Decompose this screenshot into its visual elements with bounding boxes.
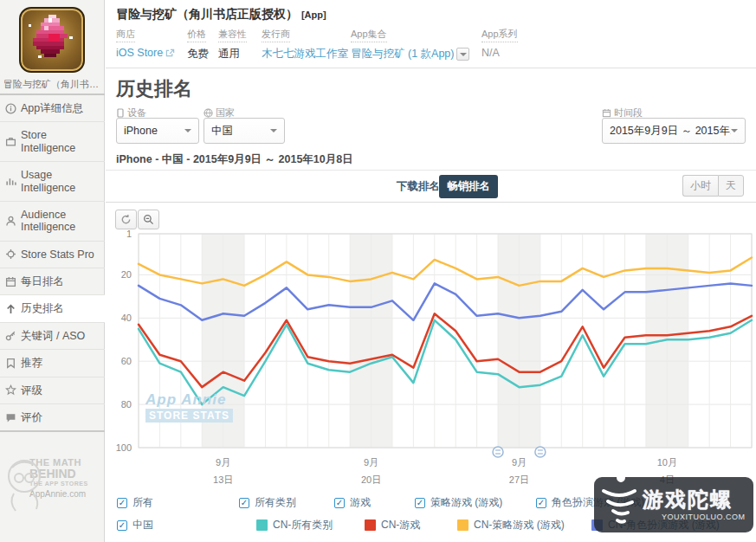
tab-divider — [106, 202, 756, 203]
checkbox-all-categories[interactable] — [239, 498, 249, 508]
compatibility-value: 通用 — [218, 47, 240, 61]
brand-url: YOUXITUOLUO.COM — [662, 513, 746, 521]
meta-publisher: 发行商 木七七游戏工作室 — [262, 28, 348, 61]
legend-filter-all-categories[interactable]: 所有类别 — [239, 495, 296, 510]
country-select[interactable]: 中国 — [204, 118, 285, 144]
app-title: 冒险与挖矿（角川书店正版授权） [App] — [116, 7, 326, 23]
checkbox-strategy[interactable] — [415, 498, 425, 508]
x-tick-month: 9月 — [364, 457, 378, 468]
checkbox-all[interactable] — [117, 498, 127, 508]
person-icon — [5, 216, 16, 227]
tab-download-rank[interactable]: 下载排名 — [397, 179, 440, 194]
sidebar-item-label: 历史排名 — [21, 302, 64, 314]
device-select-value: iPhone — [124, 125, 158, 137]
sidebar-item-keywords-aso[interactable]: 关键词 / ASO — [0, 323, 105, 350]
comment-icon — [5, 412, 16, 423]
price-label: 价格 — [187, 28, 206, 42]
calendar-icon — [602, 108, 611, 118]
arrow-up-icon — [5, 303, 16, 314]
sidebar-item-label: 评级 — [21, 384, 42, 397]
globe-icon — [204, 108, 213, 118]
tornado-logo-icon — [599, 482, 639, 527]
y-tick-label: 20 — [121, 269, 132, 280]
event-marker-icon[interactable] — [535, 447, 546, 457]
store-label: 商店 — [116, 28, 135, 42]
sidebar-item-label: Usage Intelligence — [21, 169, 101, 194]
sidebar-item-label: Audience Intelligence — [21, 209, 101, 234]
chart-subtitle: iPhone - 中国 - 2015年9月9日 ～ 2015年10月8日 — [116, 152, 353, 167]
checkbox-china[interactable] — [117, 520, 127, 531]
sidebar-item-label: App详细信息 — [21, 102, 83, 114]
chevron-down-icon — [731, 129, 738, 132]
collection-dropdown-button[interactable] — [456, 48, 469, 61]
sidebar-item-reviews[interactable]: 评价 — [0, 404, 105, 432]
meta-store: 商店 iOS Store — [116, 28, 175, 59]
x-tick-day: 13日 — [213, 474, 233, 485]
event-marker-icon[interactable] — [493, 447, 503, 457]
youxituoluo-watermark: 游戏陀螺 YOUXITUOLUO.COM — [594, 477, 753, 532]
sidebar-item-store-stats-pro[interactable]: Store Stats Pro — [0, 242, 105, 268]
sidebar-app-name: 冒险与挖矿（角川书店... — [0, 78, 105, 91]
header-divider — [106, 68, 756, 68]
zoom-out-button[interactable] — [138, 210, 159, 229]
series-swatch — [457, 519, 468, 531]
day-button[interactable]: 天 — [718, 175, 744, 197]
legend-filter-strategy[interactable]: 策略游戏 (游戏) — [415, 495, 502, 510]
briefcase-icon — [5, 136, 16, 147]
store-link[interactable]: iOS Store — [116, 47, 163, 59]
tab-grossing-rank[interactable]: 畅销排名 — [439, 175, 498, 198]
series-label: App系列 — [481, 28, 518, 42]
chevron-down-icon — [460, 53, 467, 56]
sidebar-item-store-intelligence[interactable]: Store Intelligence — [0, 122, 105, 162]
calendar-icon — [5, 276, 16, 287]
sidebar-item-usage-intelligence[interactable]: Usage Intelligence — [0, 162, 105, 202]
y-tick-label: 80 — [121, 399, 132, 410]
legend-series-games[interactable]: CN-游戏 — [365, 518, 420, 532]
publisher-link[interactable]: 木七七游戏工作室 — [262, 47, 348, 61]
meta-price: 价格 免费 — [187, 28, 209, 61]
chevron-down-icon — [184, 129, 191, 132]
x-tick-day: 27日 — [509, 474, 529, 485]
price-value: 免费 — [187, 47, 209, 61]
sidebar-item-label: 关键词 / ASO — [21, 330, 85, 342]
device-select[interactable]: iPhone — [116, 118, 199, 144]
sidebar-item-daily-rank[interactable]: 每日排名 — [0, 268, 105, 295]
sidebar-item-app-details[interactable]: App详细信息 — [0, 95, 105, 122]
key-icon — [5, 330, 16, 341]
sidebar-item-featured[interactable]: 推荐 — [0, 350, 105, 377]
reset-zoom-button[interactable] — [115, 210, 137, 229]
chart-area: 1204060801009月13日9月20日9月27日10月4日 App Ann… — [111, 208, 756, 487]
legend-filter-games[interactable]: 游戏 — [334, 495, 371, 510]
app-type-tag: [App] — [301, 10, 326, 20]
ranking-line-chart[interactable]: 1204060801009月13日9月20日9月27日10月4日 — [111, 208, 756, 487]
y-tick-label: 100 — [116, 442, 132, 453]
sidebar-item-ratings[interactable]: 评级 — [0, 377, 105, 404]
subtitle-divider — [106, 170, 756, 171]
series-swatch — [365, 519, 376, 531]
checkbox-rpg[interactable] — [536, 498, 546, 508]
chevron-down-icon — [270, 129, 277, 132]
legend-filter-all[interactable]: 所有 — [117, 495, 153, 510]
sidebar-item-history-rank[interactable]: 历史排名 — [0, 295, 105, 322]
meta-compatibility: 兼容性 通用 — [218, 28, 247, 61]
legend-series-strategy[interactable]: CN-策略游戏 (游戏) — [457, 518, 565, 532]
star-icon — [5, 384, 16, 396]
legend-filter-china[interactable]: 中国 — [117, 518, 153, 532]
y-tick-label: 40 — [121, 313, 132, 323]
sidebar-item-label: Store Stats Pro — [21, 248, 94, 261]
collection-label: App集合 — [351, 28, 387, 42]
sidebar-item-audience-intelligence[interactable]: Audience Intelligence — [0, 202, 105, 242]
hour-button[interactable]: 小时 — [682, 175, 718, 197]
collection-link[interactable]: 冒险与挖矿 (1 款App) — [351, 47, 454, 61]
app-icon — [19, 7, 85, 73]
checkbox-games[interactable] — [334, 498, 345, 508]
external-link-icon[interactable] — [165, 48, 175, 58]
meta-series: App系列 N/A — [481, 28, 518, 59]
x-tick-month: 10月 — [657, 457, 677, 468]
mascot-sketch-icon — [2, 455, 45, 516]
gem-pixel-art — [21, 9, 83, 71]
country-select-value: 中国 — [211, 124, 233, 139]
gear-icon — [5, 248, 16, 260]
period-select[interactable]: 2015年9月9日 ～ 2015年10... — [602, 118, 746, 144]
legend-series-all-categories[interactable]: CN-所有类别 — [256, 518, 333, 532]
